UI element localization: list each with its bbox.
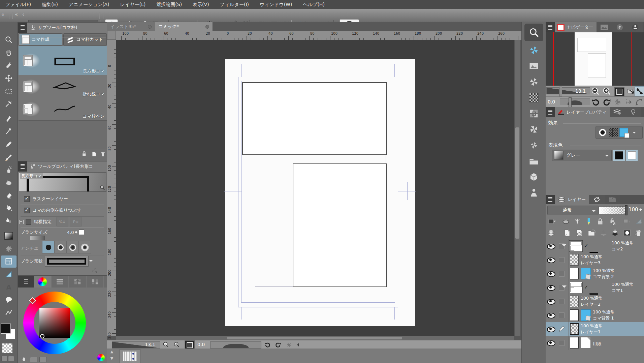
layer-checkbox[interactable]: [559, 271, 565, 277]
expand-option-icon[interactable]: [19, 220, 24, 224]
draft-layer-icon[interactable]: [583, 216, 594, 226]
color-droplet-icon[interactable]: [21, 356, 27, 362]
set-as-mask-button[interactable]: [620, 216, 633, 226]
layer-row-レイヤー2[interactable]: 100 %通常レイヤー2: [546, 295, 644, 309]
tab-layer-search[interactable]: [610, 107, 625, 117]
magnifier-icon[interactable]: [99, 185, 105, 191]
anti-aliasing-option-1[interactable]: [42, 241, 55, 253]
toolbar-grip-2[interactable]: [99, 12, 103, 19]
marker-tool[interactable]: [1, 138, 17, 150]
layer-checkbox[interactable]: [559, 299, 565, 304]
decoration-tool[interactable]: [1, 177, 17, 189]
material-folder-icon[interactable]: [525, 154, 542, 168]
navigator-rotation-slider[interactable]: [560, 98, 590, 105]
lock-layer-icon[interactable]: [595, 216, 606, 226]
delete-subtool-icon[interactable]: [99, 150, 107, 158]
collapse-controls-icon[interactable]: [294, 341, 300, 348]
subtool-item-3[interactable]: コマ枠ペン: [19, 98, 107, 121]
blend-mode-dropdown[interactable]: 通常: [547, 206, 599, 215]
folder-thumbnail[interactable]: [569, 240, 583, 252]
panel-frame-2[interactable]: [242, 82, 387, 155]
brush-shape-preview[interactable]: [45, 256, 89, 267]
document-tab-2[interactable]: コミック*: [155, 22, 213, 31]
layer-row-コマ背景 2[interactable]: 100 %通常コマ背景 2: [546, 267, 644, 281]
nav-flip-page-icon[interactable]: [624, 97, 635, 107]
raster-thumbnail[interactable]: [570, 323, 579, 335]
anti-aliasing-option-4[interactable]: [78, 241, 91, 253]
scroll-up-icon[interactable]: ▲: [109, 350, 115, 354]
tab-navigator[interactable]: ナビゲーター: [555, 22, 597, 32]
collapse-icon[interactable]: «: [15, 11, 18, 18]
create-subtool-icon[interactable]: [90, 150, 98, 158]
material-thumbnail[interactable]: [119, 350, 141, 363]
blend-tool[interactable]: [1, 215, 17, 227]
opacity-slider[interactable]: [599, 206, 626, 214]
option-fill-inside[interactable]: コマの内側を塗りつぶす: [18, 205, 107, 215]
zoom-tool[interactable]: [1, 34, 17, 46]
visibility-eye-icon[interactable]: [547, 340, 555, 346]
reference-layer-icon[interactable]: [572, 216, 583, 226]
vertical-scrollbar[interactable]: [514, 40, 520, 336]
tab-information[interactable]: [627, 22, 643, 32]
new-layer-folder-button[interactable]: [586, 228, 597, 238]
tab-intermediate-color[interactable]: [87, 276, 103, 288]
material-search-button[interactable]: [524, 24, 543, 41]
material-pinwheel-blue-icon[interactable]: [525, 43, 542, 57]
foreground-background-swatches[interactable]: [1, 324, 16, 341]
tab-color-set[interactable]: [69, 276, 86, 288]
nav-flip-horizontal-icon[interactable]: [635, 86, 644, 96]
brush-hand-tool[interactable]: [1, 151, 17, 163]
lock-transparent-icon[interactable]: [606, 216, 618, 226]
pencil-tool[interactable]: [1, 125, 17, 138]
tool-property-menu-button[interactable]: [18, 161, 27, 172]
material-pinwheel-2-icon[interactable]: [525, 122, 542, 137]
menu-8[interactable]: ウィンドウ(W): [254, 0, 297, 9]
fill-thumbnail[interactable]: [570, 309, 579, 321]
option-aspect-ratio[interactable]: 縦横指定 %↕ P↔: [18, 217, 107, 227]
material-layout-icon[interactable]: [525, 107, 542, 121]
subtool-item-1[interactable]: 長方形コマ: [19, 46, 107, 75]
raster-thumbnail[interactable]: [570, 254, 579, 266]
subtool-tab[interactable]: サブツール[コマ枠]: [27, 23, 107, 33]
delete-layer-button[interactable]: [633, 228, 644, 238]
line-tool[interactable]: [1, 307, 17, 319]
ruler-tool[interactable]: [1, 268, 17, 280]
mini-tool-icon-2[interactable]: [8, 356, 14, 361]
menu-4[interactable]: レイヤー(L): [115, 0, 151, 9]
visibility-eye-icon[interactable]: [547, 299, 555, 305]
mini-color-wheel-icon[interactable]: [97, 354, 105, 361]
tab-timeline[interactable]: [605, 195, 620, 204]
tab-lightbulb[interactable]: [625, 107, 641, 117]
navigator-preview[interactable]: [546, 32, 644, 86]
balloon-tool[interactable]: [1, 294, 17, 306]
menu-9[interactable]: ヘルプ(H): [297, 0, 330, 9]
ruler-visibility-button[interactable]: [634, 216, 644, 226]
horizontal-scroll-thumb[interactable]: [227, 337, 402, 339]
folder-expand-icon[interactable]: [562, 285, 567, 290]
visibility-eye-icon[interactable]: [547, 313, 555, 319]
layer-row-コマ背景 1[interactable]: 100 %通常コマ背景 1: [546, 308, 644, 323]
material-tone-icon[interactable]: [525, 91, 542, 105]
saturation-value-square[interactable]: [39, 308, 70, 338]
folder-thumbnail[interactable]: [569, 282, 583, 293]
sv-marker[interactable]: [40, 334, 44, 338]
zoom-in-icon[interactable]: [172, 341, 181, 348]
brush-size-dynamics-button[interactable]: [79, 230, 84, 235]
layer-row-レイヤー3[interactable]: 100 %通常レイヤー3: [546, 253, 644, 267]
zoom-out-icon[interactable]: [161, 341, 170, 348]
color-value-icon-1[interactable]: [30, 357, 37, 362]
auto-select-tool[interactable]: [1, 98, 17, 110]
material-pinwheel-3-icon[interactable]: [525, 138, 542, 152]
tab-upload[interactable]: [612, 22, 627, 32]
tab-layer[interactable]: レイヤー: [555, 195, 589, 204]
back-chevron-icon[interactable]: ‹: [22, 11, 24, 18]
white-drawing-color-button[interactable]: [626, 150, 638, 161]
expression-color-dropdown[interactable]: グレー: [552, 150, 612, 161]
navigator-menu-button[interactable]: [546, 22, 555, 32]
paper-thumbnail[interactable]: [570, 337, 579, 349]
new-raster-layer-button[interactable]: [562, 228, 573, 238]
flip-canvas-tool[interactable]: [1, 59, 17, 71]
rotate-cw-icon[interactable]: [273, 341, 283, 348]
tone-effect-icon[interactable]: [609, 128, 618, 137]
tab-color-wheel[interactable]: [34, 276, 51, 288]
